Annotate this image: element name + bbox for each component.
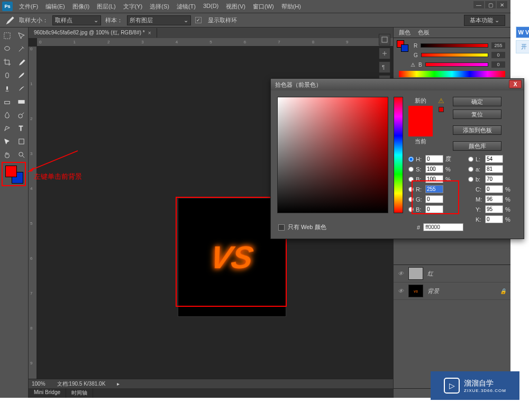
s-radio[interactable] <box>408 167 414 172</box>
maximize-button[interactable]: ▢ <box>485 1 496 8</box>
l-input[interactable]: 54 <box>485 155 503 163</box>
layer-name[interactable]: 背景 <box>427 287 439 295</box>
visibility-icon[interactable]: 👁 <box>398 270 404 277</box>
ok-button[interactable]: 确定 <box>453 97 501 106</box>
dialog-body: 新的 当前 ⚠ 确定 复位 添加到色板 颜色库 H:0度 L:54 <box>271 90 524 230</box>
g-slider[interactable]: G0 <box>414 52 505 58</box>
move-tool[interactable] <box>15 30 28 41</box>
zoom-level[interactable]: 100% <box>32 381 45 387</box>
tab-swatches[interactable]: 色板 <box>418 29 430 36</box>
color-preview[interactable] <box>408 106 433 136</box>
lock-icon[interactable]: 🔒 <box>500 288 506 294</box>
dock-icon-1[interactable] <box>379 34 390 45</box>
websafe-swatch[interactable] <box>439 107 444 112</box>
a-radio[interactable] <box>468 167 473 172</box>
hex-input[interactable]: ff0000 <box>423 223 463 231</box>
dodge-tool[interactable] <box>15 109 28 121</box>
menu-view[interactable]: 视图(V) <box>226 3 245 11</box>
h-input[interactable]: 0 <box>425 155 443 163</box>
l-radio[interactable] <box>468 157 473 162</box>
workspace-switcher[interactable]: 基本功能 ⌄ <box>464 15 505 26</box>
layer-row[interactable]: 👁 红 <box>394 265 510 282</box>
dialog-close-button[interactable]: X <box>509 80 522 88</box>
a-row[interactable]: a:81 <box>468 165 517 173</box>
path-select-tool[interactable] <box>1 135 13 147</box>
minimize-button[interactable]: — <box>473 1 484 8</box>
menu-3d[interactable]: 3D(D) <box>203 3 218 11</box>
layer-row[interactable]: 👁 vs 背景 🔒 <box>394 282 510 300</box>
menu-help[interactable]: 帮助(H) <box>281 3 301 11</box>
k-input[interactable]: 0 <box>485 215 503 223</box>
cancel-button[interactable]: 复位 <box>453 109 501 119</box>
menu-select[interactable]: 选择(S) <box>150 3 169 11</box>
m-input[interactable]: 96 <box>485 195 503 203</box>
warning-icon[interactable]: ⚠ <box>438 97 444 105</box>
shape-tool[interactable] <box>15 135 28 147</box>
crop-tool[interactable] <box>1 56 13 68</box>
sample-dropdown[interactable]: 所有图层 ⌄ <box>127 15 191 25</box>
b2-input[interactable]: 70 <box>485 175 503 183</box>
eraser-tool[interactable] <box>1 96 13 107</box>
history-brush-tool[interactable] <box>15 83 28 94</box>
type-tool[interactable]: T <box>15 122 28 134</box>
dialog-titlebar[interactable]: 拾色器（前景色） X <box>271 79 524 90</box>
tab-timeline[interactable]: 时间轴 <box>66 388 93 398</box>
marquee-tool[interactable] <box>1 30 13 41</box>
lasso-tool[interactable] <box>1 43 13 54</box>
tab-color[interactable]: 颜色 <box>399 29 411 36</box>
tab-minibridge[interactable]: Mini Bridge <box>29 388 66 398</box>
layer-name[interactable]: 红 <box>427 270 433 278</box>
status-play-icon[interactable]: ▸ <box>117 381 120 387</box>
gamut-warning[interactable]: ⚠ <box>438 97 444 151</box>
s-input[interactable]: 100 <box>425 165 443 173</box>
healing-tool[interactable] <box>1 69 13 81</box>
menu-window[interactable]: 窗口(W) <box>253 3 274 11</box>
eyedropper-tool[interactable] <box>15 56 28 68</box>
b2-radio[interactable] <box>468 177 473 182</box>
k-row: K:0% <box>468 215 517 223</box>
menu-image[interactable]: 图像(I) <box>72 3 89 11</box>
color-library-button[interactable]: 颜色库 <box>453 141 501 151</box>
web-only-checkbox[interactable]: 只有 Web 颜色 <box>278 223 326 231</box>
y-input[interactable]: 95 <box>485 205 503 213</box>
sample-size-dropdown[interactable]: 取样点 ⌄ <box>52 15 101 25</box>
stamp-tool[interactable] <box>1 83 13 94</box>
mini-swatch[interactable] <box>397 40 404 48</box>
svg-rect-9 <box>382 37 387 42</box>
a-input[interactable]: 81 <box>485 165 503 173</box>
h-radio[interactable] <box>408 157 414 162</box>
close-button[interactable]: ✕ <box>497 1 507 8</box>
hue-slider[interactable] <box>394 97 403 213</box>
spectrum-bar[interactable] <box>399 71 505 77</box>
dock-icon-2[interactable] <box>379 48 390 59</box>
color-field[interactable] <box>277 97 388 213</box>
menu-edit[interactable]: 编辑(E) <box>45 3 65 11</box>
blur-tool[interactable] <box>1 109 13 121</box>
menu-filter[interactable]: 滤镜(T) <box>177 3 196 11</box>
menu-layer[interactable]: 图层(L) <box>97 3 115 11</box>
c-input[interactable]: 0 <box>485 185 503 193</box>
dock-icon-3[interactable]: ¶ <box>379 61 390 73</box>
tab-close-icon[interactable]: × <box>148 30 151 36</box>
zoom-tool[interactable] <box>15 149 28 160</box>
eyedropper-tool-icon[interactable] <box>3 15 15 25</box>
s-row[interactable]: S:100% <box>408 165 458 173</box>
menu-type[interactable]: 文字(Y) <box>123 3 143 11</box>
checkbox-icon[interactable] <box>278 224 285 231</box>
r-slider[interactable]: R255 <box>414 42 505 49</box>
document-tab[interactable]: 960b8c94c5fa6e82.jpg @ 100% (红, RGB/8#) … <box>29 28 157 38</box>
hand-tool[interactable] <box>1 149 13 160</box>
l-row[interactable]: L:54 <box>468 155 517 163</box>
h-row[interactable]: H:0度 <box>408 155 458 163</box>
brush-tool[interactable] <box>15 69 28 81</box>
add-swatch-button[interactable]: 添加到色板 <box>453 125 501 135</box>
b2-row[interactable]: b:70 <box>468 175 517 183</box>
window-controls: — ▢ ✕ <box>473 1 507 8</box>
visibility-icon[interactable]: 👁 <box>398 288 404 294</box>
show-ring-checkbox[interactable]: ✓ <box>195 17 202 23</box>
gradient-tool[interactable] <box>15 96 28 107</box>
pen-tool[interactable] <box>1 122 13 134</box>
b-slider[interactable]: ⚠B0 <box>414 61 505 68</box>
menu-file[interactable]: 文件(F) <box>19 3 38 11</box>
wand-tool[interactable] <box>15 43 28 54</box>
